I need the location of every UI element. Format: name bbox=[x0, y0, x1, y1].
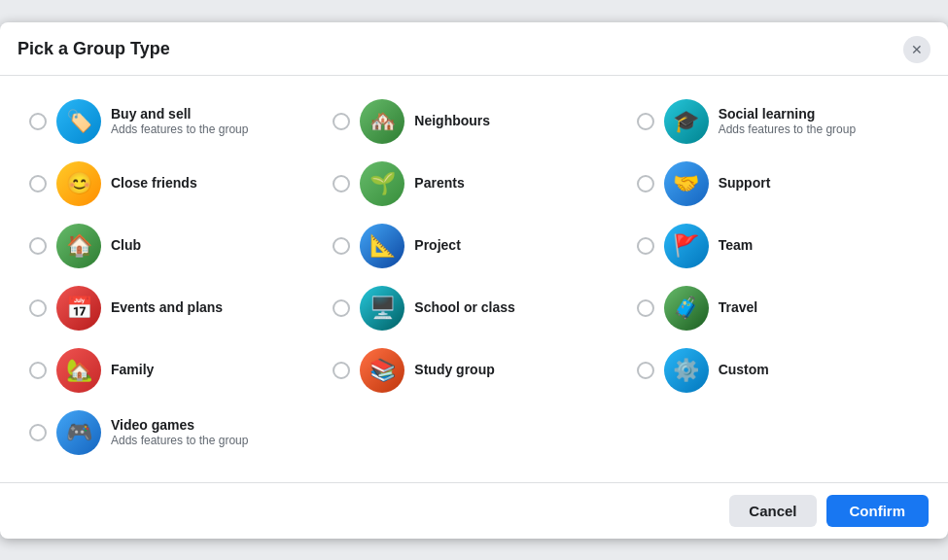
label-buy-sell: Buy and sell bbox=[111, 105, 248, 122]
radio-close-friends[interactable] bbox=[29, 175, 47, 192]
icon-close-friends: 😊 bbox=[56, 161, 101, 206]
label-project: Project bbox=[414, 236, 460, 254]
icon-social-learning: 🎓 bbox=[664, 99, 709, 144]
radio-team[interactable] bbox=[637, 237, 654, 255]
label-family: Family bbox=[111, 361, 154, 378]
group-item-school-class[interactable]: 🖥️School or class bbox=[327, 278, 620, 338]
group-item-club[interactable]: 🏠Club bbox=[23, 216, 317, 276]
radio-video-games[interactable] bbox=[29, 424, 47, 441]
text-social-learning: Social learningAdds features to the grou… bbox=[719, 105, 856, 138]
label-custom: Custom bbox=[719, 361, 769, 378]
radio-custom[interactable] bbox=[637, 362, 654, 379]
icon-parents: 🌱 bbox=[360, 161, 404, 206]
confirm-button[interactable]: Confirm bbox=[826, 495, 930, 527]
label-club: Club bbox=[111, 236, 141, 254]
label-study-group: Study group bbox=[414, 361, 494, 378]
sub-social-learning: Adds features to the group bbox=[719, 122, 856, 138]
text-project: Project bbox=[414, 236, 460, 254]
close-button[interactable]: ✕ bbox=[903, 36, 930, 63]
radio-events-plans[interactable] bbox=[29, 299, 47, 317]
group-item-events-plans[interactable]: 📅Events and plans bbox=[23, 278, 317, 338]
sub-buy-sell: Adds features to the group bbox=[111, 122, 248, 138]
modal-title: Pick a Group Type bbox=[18, 39, 170, 59]
group-item-video-games[interactable]: 🎮Video gamesAdds features to the group bbox=[23, 402, 317, 463]
label-school-class: School or class bbox=[414, 298, 514, 316]
modal-footer: Cancel Confirm bbox=[0, 482, 948, 539]
group-item-close-friends[interactable]: 😊Close friends bbox=[23, 154, 317, 214]
radio-study-group[interactable] bbox=[333, 362, 350, 379]
text-events-plans: Events and plans bbox=[111, 298, 223, 316]
label-parents: Parents bbox=[414, 174, 464, 192]
text-travel: Travel bbox=[719, 298, 757, 316]
modal-pick-group-type: Pick a Group Type ✕ 🏷️Buy and sellAdds f… bbox=[0, 22, 948, 539]
radio-support[interactable] bbox=[637, 175, 654, 192]
icon-neighbours: 🏘️ bbox=[360, 99, 404, 144]
group-item-neighbours[interactable]: 🏘️Neighbours bbox=[327, 91, 620, 152]
group-item-buy-sell[interactable]: 🏷️Buy and sellAdds features to the group bbox=[23, 91, 317, 152]
sub-video-games: Adds features to the group bbox=[111, 434, 248, 449]
radio-parents[interactable] bbox=[333, 175, 350, 192]
text-parents: Parents bbox=[414, 174, 464, 192]
text-school-class: School or class bbox=[414, 298, 514, 316]
icon-club: 🏠 bbox=[56, 224, 101, 268]
group-item-project[interactable]: 📐Project bbox=[327, 216, 620, 276]
text-custom: Custom bbox=[719, 361, 769, 378]
text-support: Support bbox=[719, 174, 771, 192]
modal-header: Pick a Group Type ✕ bbox=[0, 22, 948, 76]
icon-project: 📐 bbox=[360, 224, 404, 268]
group-item-study-group[interactable]: 📚Study group bbox=[327, 340, 620, 401]
text-club: Club bbox=[111, 236, 141, 254]
icon-family: 🏡 bbox=[56, 348, 101, 393]
icon-team: 🚩 bbox=[664, 224, 709, 268]
radio-family[interactable] bbox=[29, 362, 47, 379]
label-close-friends: Close friends bbox=[111, 174, 197, 192]
label-team: Team bbox=[719, 236, 754, 254]
radio-social-learning[interactable] bbox=[637, 113, 654, 130]
text-team: Team bbox=[719, 236, 754, 254]
label-social-learning: Social learning bbox=[719, 105, 856, 122]
icon-custom: ⚙️ bbox=[664, 348, 709, 393]
group-item-parents[interactable]: 🌱Parents bbox=[327, 154, 620, 214]
icon-buy-sell: 🏷️ bbox=[56, 99, 101, 144]
cancel-button[interactable]: Cancel bbox=[729, 495, 816, 527]
modal-body: 🏷️Buy and sellAdds features to the group… bbox=[0, 76, 948, 472]
label-neighbours: Neighbours bbox=[414, 112, 490, 129]
group-grid: 🏷️Buy and sellAdds features to the group… bbox=[23, 91, 925, 463]
label-travel: Travel bbox=[719, 298, 757, 316]
label-support: Support bbox=[719, 174, 771, 192]
icon-video-games: 🎮 bbox=[56, 410, 101, 455]
label-events-plans: Events and plans bbox=[111, 298, 223, 316]
group-item-family[interactable]: 🏡Family bbox=[23, 340, 317, 401]
radio-school-class[interactable] bbox=[333, 299, 350, 317]
radio-project[interactable] bbox=[333, 237, 350, 255]
icon-events-plans: 📅 bbox=[56, 286, 101, 331]
text-video-games: Video gamesAdds features to the group bbox=[111, 416, 248, 449]
text-study-group: Study group bbox=[414, 361, 494, 378]
group-item-travel[interactable]: 🧳Travel bbox=[631, 278, 925, 338]
group-item-custom[interactable]: ⚙️Custom bbox=[631, 340, 925, 401]
text-close-friends: Close friends bbox=[111, 174, 197, 192]
icon-travel: 🧳 bbox=[664, 286, 709, 331]
label-video-games: Video games bbox=[111, 416, 248, 434]
icon-school-class: 🖥️ bbox=[360, 286, 404, 331]
group-item-team[interactable]: 🚩Team bbox=[631, 216, 925, 276]
radio-club[interactable] bbox=[29, 237, 47, 255]
icon-study-group: 📚 bbox=[360, 348, 404, 393]
group-item-support[interactable]: 🤝Support bbox=[631, 154, 925, 214]
group-item-social-learning[interactable]: 🎓Social learningAdds features to the gro… bbox=[631, 91, 925, 152]
text-neighbours: Neighbours bbox=[414, 112, 490, 129]
radio-neighbours[interactable] bbox=[333, 113, 350, 130]
text-family: Family bbox=[111, 361, 154, 378]
icon-support: 🤝 bbox=[664, 161, 709, 206]
radio-buy-sell[interactable] bbox=[29, 113, 47, 130]
text-buy-sell: Buy and sellAdds features to the group bbox=[111, 105, 248, 138]
radio-travel[interactable] bbox=[637, 299, 654, 317]
